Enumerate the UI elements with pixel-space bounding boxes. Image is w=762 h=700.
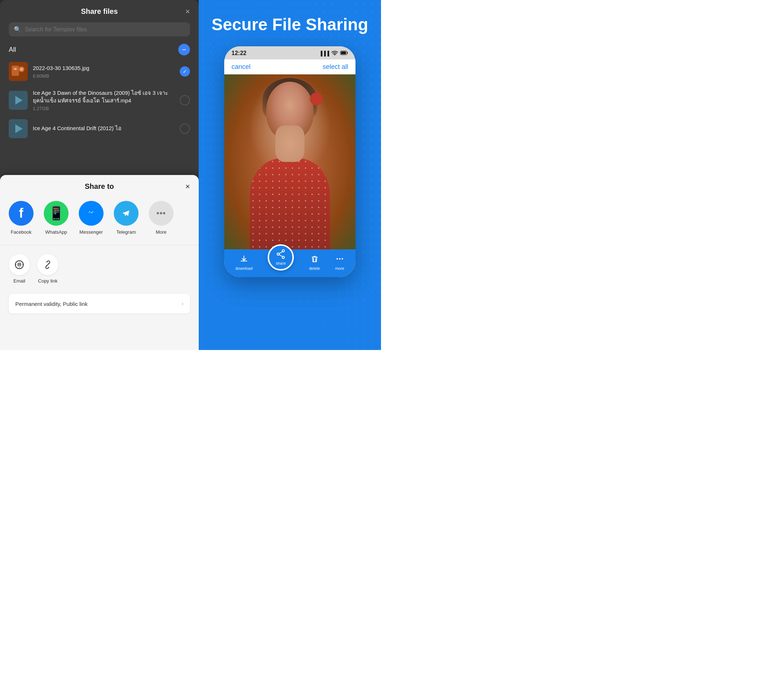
telegram-label: Telegram bbox=[116, 229, 136, 235]
portrait-body-dots bbox=[250, 158, 330, 249]
file-item[interactable]: 2022-03-30 130635.jpg 6.60MB bbox=[9, 62, 190, 81]
delete-button[interactable]: delete bbox=[309, 255, 320, 270]
download-button[interactable]: download bbox=[236, 255, 253, 270]
social-apps-row: f Facebook 📱 WhatsApp bbox=[9, 201, 190, 235]
messenger-label: Messenger bbox=[80, 229, 103, 235]
messenger-icon bbox=[79, 201, 103, 226]
wifi-icon bbox=[331, 50, 338, 56]
more-button[interactable]: more bbox=[335, 255, 344, 270]
svg-point-12 bbox=[334, 54, 335, 55]
facebook-icon: f bbox=[9, 201, 34, 226]
search-input[interactable] bbox=[25, 26, 185, 33]
portrait-hands bbox=[275, 125, 304, 162]
action-item-copylink[interactable]: Copy link bbox=[37, 254, 58, 284]
svg-rect-1 bbox=[12, 66, 19, 76]
all-label: All bbox=[9, 46, 16, 53]
file-name: 2022-03-30 130635.jpg bbox=[33, 64, 175, 72]
email-label: Email bbox=[14, 278, 25, 284]
share-label: share bbox=[276, 261, 286, 266]
phone-bottom-bar: download share bbox=[224, 249, 356, 277]
file-thumbnail bbox=[9, 119, 28, 138]
status-icons: ▐▐▐ bbox=[319, 50, 348, 56]
more-label: More bbox=[156, 229, 167, 235]
share-files-title: Share files bbox=[81, 7, 118, 16]
right-panel: Secure File Sharing 12:22 ▐▐▐ bbox=[199, 0, 381, 350]
portrait-flower bbox=[310, 92, 323, 105]
svg-rect-14 bbox=[341, 52, 346, 54]
social-item-whatsapp[interactable]: 📱 WhatsApp bbox=[44, 201, 69, 235]
sheet-header: Share to × bbox=[9, 182, 190, 191]
modal-header: Share files × bbox=[9, 7, 190, 16]
phone-status-bar: 12:22 ▐▐▐ bbox=[224, 46, 356, 59]
signal-icon: ▐▐▐ bbox=[319, 51, 329, 56]
svg-point-4 bbox=[20, 67, 23, 71]
share-fab-button[interactable]: share bbox=[268, 244, 294, 270]
social-item-telegram[interactable]: Telegram bbox=[114, 201, 139, 235]
file-checkbox[interactable] bbox=[180, 95, 190, 105]
phone-photo bbox=[224, 74, 356, 249]
copylink-icon bbox=[37, 254, 58, 275]
search-bar[interactable]: 🔍 bbox=[9, 22, 190, 36]
share-icon bbox=[276, 249, 286, 261]
status-time: 12:22 bbox=[231, 50, 247, 56]
share-files-modal: Share files × 🔍 All 2022-03 bbox=[0, 0, 199, 186]
more-icon bbox=[336, 255, 344, 265]
svg-point-18 bbox=[337, 258, 338, 259]
file-size: 1.27GB bbox=[33, 106, 175, 111]
permanent-link-text: Permanent validity, Public link bbox=[15, 301, 87, 307]
share-files-close-button[interactable]: × bbox=[185, 8, 190, 16]
file-checkbox[interactable] bbox=[180, 123, 190, 134]
more-label: more bbox=[335, 266, 344, 270]
search-icon: 🔍 bbox=[14, 26, 21, 33]
file-thumbnail bbox=[9, 62, 28, 81]
all-row: All bbox=[9, 44, 190, 55]
file-name: Ice Age 4 Continental Drift (2012) ไอ bbox=[33, 124, 175, 132]
facebook-label: Facebook bbox=[11, 229, 31, 235]
more-icon: ••• bbox=[149, 201, 173, 226]
hero-title: Secure File Sharing bbox=[211, 14, 368, 34]
share-to-sheet: Share to × f Facebook 📱 WhatsApp bbox=[0, 175, 199, 350]
left-panel: Share files × 🔍 All 2022-03 bbox=[0, 0, 199, 350]
permanent-link-arrow: › bbox=[181, 300, 183, 307]
download-icon bbox=[240, 255, 248, 265]
action-item-email[interactable]: Email bbox=[9, 254, 30, 284]
whatsapp-label: WhatsApp bbox=[45, 229, 67, 235]
select-all-button[interactable]: select all bbox=[323, 63, 348, 71]
file-info: 2022-03-30 130635.jpg 6.60MB bbox=[33, 64, 175, 79]
social-item-more[interactable]: ••• More bbox=[149, 201, 173, 235]
actions-row: Email Copy link bbox=[9, 254, 190, 284]
divider bbox=[0, 245, 199, 245]
telegram-icon bbox=[114, 201, 139, 226]
file-size: 6.60MB bbox=[33, 73, 175, 79]
file-thumbnail bbox=[9, 91, 28, 110]
file-info: Ice Age 3 Dawn of the Dinosaurs (2009) ไ… bbox=[33, 89, 175, 111]
file-info: Ice Age 4 Continental Drift (2012) ไอ bbox=[33, 124, 175, 133]
delete-icon bbox=[311, 255, 319, 265]
copylink-label: Copy link bbox=[38, 278, 57, 284]
download-label: download bbox=[236, 266, 253, 270]
phone-mockup: 12:22 ▐▐▐ bbox=[224, 46, 356, 277]
sheet-close-button[interactable]: × bbox=[185, 183, 190, 191]
social-item-messenger[interactable]: Messenger bbox=[79, 201, 103, 235]
permanent-link-row[interactable]: Permanent validity, Public link › bbox=[9, 294, 190, 314]
delete-label: delete bbox=[309, 266, 320, 270]
file-item[interactable]: Ice Age 3 Dawn of the Dinosaurs (2009) ไ… bbox=[9, 89, 190, 111]
svg-point-17 bbox=[277, 253, 279, 255]
svg-point-19 bbox=[339, 258, 340, 259]
social-item-facebook[interactable]: f Facebook bbox=[9, 201, 34, 235]
deselect-all-button[interactable] bbox=[178, 44, 190, 55]
file-checkbox[interactable] bbox=[180, 66, 190, 77]
cancel-button[interactable]: cancel bbox=[231, 63, 250, 71]
battery-icon bbox=[340, 51, 348, 56]
phone-action-bar: cancel select all bbox=[224, 59, 356, 74]
sheet-title: Share to bbox=[84, 182, 114, 191]
svg-rect-2 bbox=[14, 68, 17, 70]
file-item[interactable]: Ice Age 4 Continental Drift (2012) ไอ bbox=[9, 119, 190, 138]
file-name: Ice Age 3 Dawn of the Dinosaurs (2009) ไ… bbox=[33, 89, 175, 104]
svg-point-20 bbox=[342, 258, 343, 259]
whatsapp-icon: 📱 bbox=[44, 201, 69, 226]
email-icon bbox=[9, 254, 30, 275]
